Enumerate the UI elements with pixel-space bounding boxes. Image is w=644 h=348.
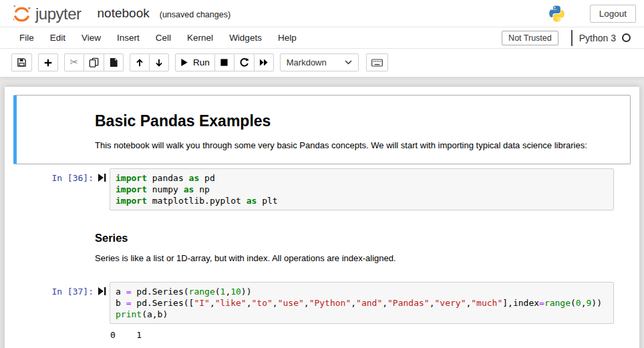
cell-output: 0 1	[110, 324, 627, 341]
code-editor[interactable]: import pandas as pdimport numpy as npimp…	[110, 168, 614, 210]
save-button[interactable]	[11, 53, 32, 71]
notebook-container: Basic Pandas ExamplesThis notebook will …	[5, 87, 639, 348]
restart-kernel-icon	[239, 57, 249, 67]
restart-run-all-button[interactable]	[254, 53, 274, 71]
markdown-cell[interactable]: SeriesSeries is like a list or 1D-array,…	[13, 214, 631, 277]
menu-item-edit[interactable]: Edit	[42, 29, 73, 47]
markdown-heading: Basic Pandas Examples	[95, 112, 621, 130]
restart-kernel-button[interactable]	[234, 53, 255, 71]
run-cell-marker-icon[interactable]	[95, 282, 110, 295]
menu-item-help[interactable]: Help	[270, 29, 305, 47]
paste-cell-button[interactable]	[104, 53, 124, 71]
menu-items: FileEditViewInsertCellKernelWidgetsHelp	[11, 29, 305, 47]
menu-item-insert[interactable]: Insert	[109, 29, 148, 47]
add-cell-button[interactable]	[38, 53, 58, 71]
move-cell-up-icon	[135, 58, 144, 67]
code-editor[interactable]: a = pd.Series(range(1,10))b = pd.Series(…	[110, 282, 614, 324]
kernel-idle-icon	[622, 33, 631, 42]
notebook-title[interactable]: notebook	[98, 6, 150, 21]
copy-cell-icon	[89, 57, 99, 67]
run-icon	[180, 58, 188, 67]
jupyter-logo-icon	[11, 3, 32, 24]
menu-item-widgets[interactable]: Widgets	[221, 29, 270, 47]
interrupt-kernel-button[interactable]	[214, 53, 234, 71]
run-button[interactable]: Run	[175, 53, 215, 71]
jupyter-wordmark: jupyter	[35, 5, 82, 23]
restart-run-all-icon	[259, 58, 269, 67]
copy-cell-button[interactable]	[84, 53, 104, 71]
paste-cell-icon	[109, 57, 118, 67]
trust-status-badge[interactable]: Not Trusted	[502, 31, 558, 45]
kernel-separator	[571, 30, 573, 46]
app-header: jupyter notebook (unsaved changes) Logou…	[0, 0, 644, 27]
markdown-heading: Series	[95, 232, 621, 244]
menu-item-file[interactable]: File	[11, 29, 42, 47]
run-cell-marker-icon[interactable]	[95, 168, 110, 182]
save-icon	[17, 57, 27, 67]
move-cell-down-button[interactable]	[149, 53, 169, 71]
cell-type-value: Markdown	[287, 57, 327, 67]
menu-item-kernel[interactable]: Kernel	[179, 29, 221, 47]
markdown-paragraph: Series is like a list or 1D-array, but w…	[95, 251, 621, 265]
markdown-paragraph: This notebook will walk you through some…	[95, 138, 621, 152]
menu-item-cell[interactable]: Cell	[148, 29, 179, 47]
command-palette-icon	[371, 59, 383, 67]
move-cell-up-button[interactable]	[130, 53, 150, 71]
input-prompt: In [37]:	[17, 282, 95, 297]
command-palette-button[interactable]	[366, 53, 388, 71]
cut-cell-button[interactable]: ✂	[64, 53, 84, 71]
kernel-name: Python 3	[579, 33, 616, 43]
menu-bar: FileEditViewInsertCellKernelWidgetsHelp …	[0, 27, 644, 49]
run-button-label: Run	[193, 57, 210, 67]
python-logo-icon	[548, 5, 566, 23]
jupyter-logo[interactable]: jupyter	[11, 3, 82, 24]
code-cell[interactable]: In [37]:a = pd.Series(range(1,10))b = pd…	[13, 278, 631, 345]
input-prompt: In [36]:	[17, 168, 95, 183]
cut-cell-icon: ✂	[70, 57, 79, 67]
menu-item-view[interactable]: View	[73, 29, 109, 47]
move-cell-down-icon	[154, 58, 164, 67]
add-cell-icon	[43, 58, 53, 67]
cell-type-select[interactable]: Markdown	[280, 53, 359, 71]
interrupt-kernel-icon	[220, 58, 228, 67]
cell-list: Basic Pandas ExamplesThis notebook will …	[5, 95, 639, 345]
logout-button[interactable]: Logout	[590, 5, 636, 23]
autosave-status: (unsaved changes)	[160, 10, 230, 19]
markdown-cell[interactable]: Basic Pandas ExamplesThis notebook will …	[13, 95, 631, 164]
chevron-down-icon	[345, 60, 352, 65]
code-cell[interactable]: In [36]:import pandas as pdimport numpy …	[13, 164, 631, 214]
notebook-toolbar: ✂ Run	[0, 49, 644, 77]
notebook-site: Basic Pandas ExamplesThis notebook will …	[0, 77, 644, 348]
